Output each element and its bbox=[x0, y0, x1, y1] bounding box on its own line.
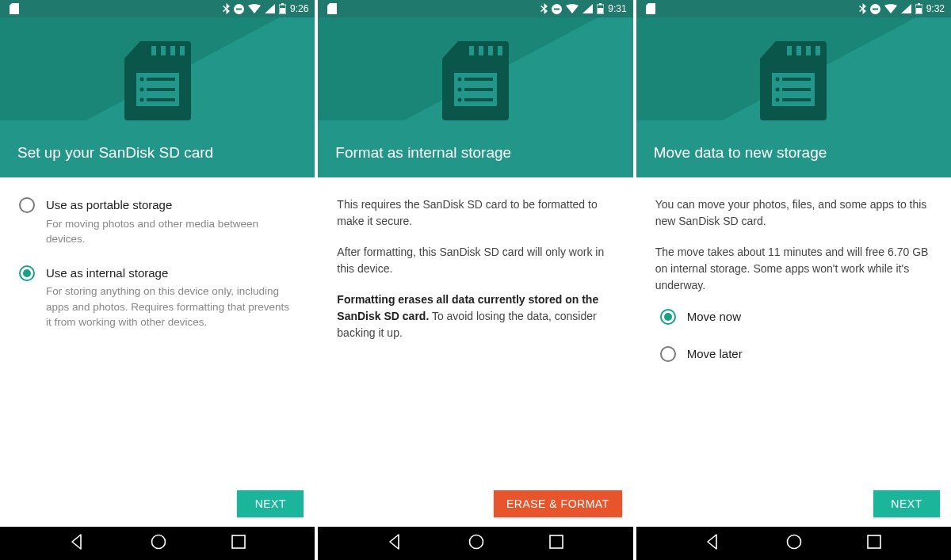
signal-icon bbox=[265, 4, 275, 13]
navbar bbox=[636, 527, 951, 560]
bluetooth-icon bbox=[223, 3, 230, 14]
svg-point-32 bbox=[457, 98, 461, 102]
svg-rect-29 bbox=[464, 78, 493, 81]
svg-rect-40 bbox=[916, 8, 922, 13]
battery-icon bbox=[915, 3, 922, 14]
svg-rect-43 bbox=[806, 46, 811, 55]
sd-card-indicator-icon bbox=[327, 3, 337, 14]
svg-rect-17 bbox=[232, 535, 245, 548]
content: Use as portable storage For moving photo… bbox=[0, 177, 315, 481]
radio-unchecked-icon bbox=[660, 346, 676, 362]
paragraph: This requires the SanDisk SD card to be … bbox=[337, 196, 613, 230]
dnd-icon bbox=[234, 4, 244, 14]
svg-rect-5 bbox=[151, 46, 156, 55]
svg-rect-49 bbox=[782, 88, 811, 91]
content: You can move your photos, files, and som… bbox=[636, 177, 951, 481]
option-move-later[interactable]: Move later bbox=[660, 345, 932, 365]
svg-point-30 bbox=[457, 88, 461, 92]
home-icon[interactable] bbox=[468, 533, 485, 554]
back-icon[interactable] bbox=[69, 533, 86, 554]
svg-rect-23 bbox=[469, 46, 474, 55]
footer: NEXT bbox=[0, 481, 315, 527]
recents-icon[interactable] bbox=[231, 534, 246, 553]
svg-rect-7 bbox=[170, 46, 175, 55]
svg-rect-41 bbox=[787, 46, 792, 55]
header: Set up your SanDisk SD card bbox=[0, 17, 315, 177]
svg-rect-24 bbox=[479, 46, 483, 55]
svg-point-34 bbox=[469, 535, 483, 549]
screen-format: 9:31 Format as internal storage This req… bbox=[318, 0, 632, 560]
svg-rect-51 bbox=[782, 98, 811, 101]
paragraph: Formatting erases all data currently sto… bbox=[337, 291, 613, 341]
option-internal-storage[interactable]: Use as internal storage For storing anyt… bbox=[19, 265, 296, 330]
status-bar: 9:32 bbox=[636, 0, 951, 17]
status-time: 9:31 bbox=[608, 3, 626, 14]
home-icon[interactable] bbox=[785, 533, 803, 554]
svg-rect-26 bbox=[498, 46, 502, 55]
option-desc: For moving photos and other media betwee… bbox=[46, 216, 296, 247]
back-icon[interactable] bbox=[705, 533, 722, 554]
paragraph: After formatting, this SanDisk SD card w… bbox=[337, 244, 613, 277]
radio-checked-icon bbox=[19, 265, 35, 281]
page-title: Format as internal storage bbox=[318, 135, 632, 177]
svg-point-52 bbox=[788, 535, 801, 549]
dnd-icon bbox=[552, 4, 562, 14]
paragraph: The move takes about 11 minutes and will… bbox=[655, 244, 932, 294]
svg-point-14 bbox=[139, 98, 143, 102]
wifi-icon bbox=[566, 4, 579, 13]
svg-point-46 bbox=[776, 78, 780, 82]
radio-checked-icon bbox=[660, 309, 676, 325]
svg-rect-44 bbox=[815, 46, 820, 55]
svg-rect-25 bbox=[488, 46, 493, 55]
option-desc: For storing anything on this device only… bbox=[46, 284, 296, 330]
footer: NEXT bbox=[636, 481, 951, 527]
option-title: Use as portable storage bbox=[46, 196, 296, 215]
wifi-icon bbox=[884, 4, 897, 13]
home-icon[interactable] bbox=[150, 533, 167, 554]
svg-point-10 bbox=[139, 78, 143, 82]
sd-card-indicator-icon bbox=[10, 3, 19, 14]
battery-icon bbox=[279, 3, 286, 14]
battery-icon bbox=[597, 3, 604, 14]
svg-rect-39 bbox=[918, 3, 920, 5]
header: Format as internal storage bbox=[318, 17, 632, 177]
svg-rect-6 bbox=[161, 46, 166, 55]
svg-rect-13 bbox=[147, 88, 175, 91]
option-move-now[interactable]: Move now bbox=[660, 308, 932, 328]
page-title: Set up your SanDisk SD card bbox=[0, 135, 315, 177]
header: Move data to new storage bbox=[636, 17, 951, 177]
sd-card-icon bbox=[760, 41, 827, 124]
page-title: Move data to new storage bbox=[636, 135, 951, 177]
back-icon[interactable] bbox=[387, 533, 404, 554]
status-time: 9:32 bbox=[926, 3, 945, 14]
sd-card-icon bbox=[442, 41, 509, 124]
svg-rect-42 bbox=[796, 46, 801, 55]
navbar bbox=[0, 527, 315, 560]
recents-icon[interactable] bbox=[866, 534, 882, 553]
svg-rect-19 bbox=[554, 8, 560, 10]
svg-point-16 bbox=[151, 535, 165, 549]
next-button[interactable]: NEXT bbox=[873, 490, 940, 517]
svg-rect-33 bbox=[464, 98, 493, 101]
option-portable-storage[interactable]: Use as portable storage For moving photo… bbox=[19, 196, 296, 247]
svg-rect-53 bbox=[868, 535, 880, 548]
sd-card-icon bbox=[124, 41, 191, 124]
svg-point-50 bbox=[776, 98, 780, 102]
erase-format-button[interactable]: ERASE & FORMAT bbox=[494, 490, 622, 517]
svg-rect-22 bbox=[598, 8, 603, 13]
dnd-icon bbox=[870, 4, 880, 14]
signal-icon bbox=[901, 4, 911, 13]
next-button[interactable]: NEXT bbox=[237, 490, 304, 517]
status-bar: 9:26 bbox=[0, 0, 315, 17]
recents-icon[interactable] bbox=[548, 534, 564, 553]
status-time: 9:26 bbox=[290, 3, 308, 14]
svg-rect-47 bbox=[782, 78, 811, 81]
svg-point-12 bbox=[139, 88, 143, 92]
svg-rect-8 bbox=[180, 46, 185, 55]
svg-rect-35 bbox=[550, 535, 563, 548]
screen-setup: 9:26 Set up your SanDisk SD card Use as … bbox=[0, 0, 315, 560]
svg-rect-21 bbox=[599, 3, 602, 5]
svg-point-48 bbox=[776, 88, 780, 92]
svg-rect-31 bbox=[464, 88, 493, 91]
content: This requires the SanDisk SD card to be … bbox=[318, 177, 632, 481]
